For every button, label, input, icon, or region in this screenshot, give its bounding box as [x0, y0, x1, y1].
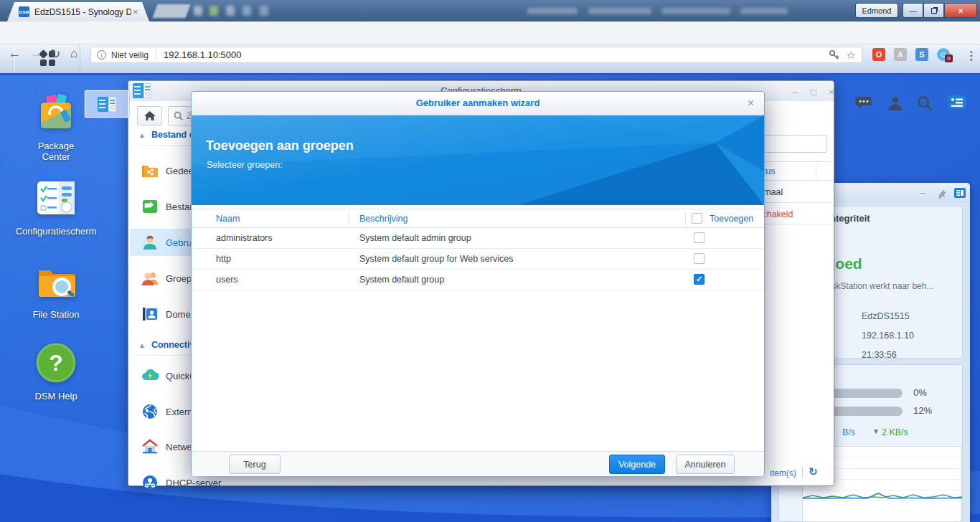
- screen: Package Center Configuratiescherm File S…: [0, 0, 980, 522]
- group-row-users[interactable]: users System default group: [192, 270, 764, 290]
- reload-icon[interactable]: ↻: [50, 47, 60, 62]
- window-maximize-icon[interactable]: □: [811, 87, 816, 97]
- s-extension-icon[interactable]: S: [915, 48, 928, 61]
- ram-usage-value: 12%: [913, 405, 932, 416]
- window-restore-button[interactable]: [923, 3, 944, 18]
- back-icon[interactable]: ←: [9, 47, 21, 61]
- pdf-extension-icon[interactable]: A: [894, 48, 907, 61]
- dialog-close-icon[interactable]: ×: [748, 97, 754, 110]
- windows-titlebar: DSM EdzDS1515 - Synology D × Edmond — ×: [0, 0, 980, 22]
- group-description: System default admin group: [359, 233, 471, 243]
- dsm-favicon: DSM: [19, 6, 29, 17]
- group-name: users: [216, 275, 238, 285]
- forward-icon[interactable]: →: [30, 47, 42, 61]
- home-button[interactable]: [137, 106, 162, 125]
- chevron-up-icon: ▲: [138, 131, 146, 139]
- select-all-checkbox[interactable]: [692, 213, 702, 224]
- bookmark-star-icon[interactable]: ☆: [847, 49, 856, 62]
- cpu-usage-value: 0%: [913, 387, 927, 398]
- back-button[interactable]: Terug: [229, 455, 281, 474]
- desktop-icon-dsm-help[interactable]: ? DSM Help: [2, 342, 110, 402]
- uptime-value: 21:33:56: [862, 350, 897, 360]
- column-header-add[interactable]: Toevoegen: [710, 214, 753, 224]
- group-name: administrators: [216, 233, 273, 243]
- address-bar[interactable]: i Niet veilig 192.168.1.10:5000 ☆: [90, 47, 862, 63]
- chevron-up-icon: ▲: [138, 341, 146, 349]
- background-tab-ghost: [153, 4, 191, 18]
- browser-toolbar: ← → ↻ ⌂ i Niet veilig 192.168.1.10:5000 …: [0, 22, 980, 44]
- password-key-icon[interactable]: [829, 49, 839, 60]
- next-button[interactable]: Volgende: [609, 455, 665, 474]
- desktop-icon-file-station[interactable]: File Station: [2, 260, 110, 320]
- window-close-icon[interactable]: ×: [829, 87, 834, 97]
- window-minimize-button[interactable]: —: [903, 3, 923, 18]
- dsm-help-icon: ?: [35, 342, 77, 384]
- network-house-icon: [141, 438, 159, 455]
- group-row-administrators[interactable]: administrators System default admin grou…: [192, 228, 764, 249]
- widget-pin-icon[interactable]: [937, 188, 948, 199]
- server-name-value: EdzDS1515: [862, 311, 910, 321]
- globe-icon: [141, 403, 159, 420]
- column-header-name[interactable]: Naam: [216, 214, 240, 224]
- group-description: System default group: [359, 275, 444, 285]
- svg-text:?: ?: [49, 350, 63, 376]
- widget-minimize-icon[interactable]: –: [920, 186, 925, 198]
- dialog-title: Gebruiker aanmaken wizard: [192, 98, 764, 108]
- group-name: http: [216, 254, 231, 264]
- page-info-icon[interactable]: i: [97, 50, 106, 60]
- group-description: System default group for Web services: [359, 254, 513, 264]
- browser-menu-icon[interactable]: ⋮: [966, 49, 977, 62]
- notifications-icon[interactable]: [855, 95, 872, 111]
- shared-folder-icon: [141, 162, 159, 179]
- window-minimize-icon[interactable]: –: [793, 87, 798, 97]
- dialog-footer: Terug Volgende Annuleren: [192, 451, 764, 476]
- download-arrow-icon: ▼: [872, 427, 880, 435]
- control-panel-mini-icon: [98, 97, 116, 112]
- tab-close-icon[interactable]: ×: [133, 6, 138, 17]
- wizard-heading: Toevoegen aan groepen: [206, 138, 354, 153]
- group-row-http[interactable]: http System default group for Web servic…: [192, 249, 764, 270]
- widget-panel-icon[interactable]: [954, 188, 966, 198]
- desktop-icon-control-panel[interactable]: Configuratiescherm: [2, 177, 110, 237]
- user-icon: [141, 234, 159, 251]
- item-count-label: item(s): [770, 468, 796, 478]
- security-label: Niet veilig: [111, 50, 149, 60]
- dialog-titlebar[interactable]: Gebruiker aanmaken wizard ×: [192, 92, 764, 115]
- browser-tab-title: EdzDS1515 - Synology D: [34, 7, 131, 17]
- cancel-button[interactable]: Annuleren: [676, 455, 735, 474]
- dhcp-server-icon: [141, 474, 159, 491]
- desktop-icon-label: DSM Help: [2, 391, 110, 402]
- home-icon[interactable]: ⌂: [70, 47, 77, 61]
- search-icon: [174, 111, 183, 120]
- browser-tab[interactable]: DSM EdzDS1515 - Synology D ×: [7, 2, 149, 22]
- package-center-icon: [35, 92, 77, 133]
- group-table-header: Naam Beschrijving Toevoegen: [192, 209, 764, 228]
- refresh-icon[interactable]: ↻: [809, 465, 818, 478]
- url-text[interactable]: 192.168.1.10:5000: [164, 49, 241, 60]
- office-extension-icon[interactable]: O: [872, 48, 885, 61]
- column-header-description[interactable]: Beschrijving: [359, 214, 407, 224]
- wizard-banner: Toevoegen aan groepen Selecteer groepen:: [192, 115, 764, 205]
- download-speed-value: 2 KB/s: [882, 427, 908, 437]
- upload-speed-value: B/s: [842, 427, 855, 437]
- quickconnect-icon: [141, 367, 159, 384]
- control-panel-app-icon: [133, 83, 151, 98]
- desktop-icon-label: Configuratiescherm: [2, 226, 110, 237]
- group-checkbox[interactable]: [694, 253, 705, 264]
- control-panel-icon: [35, 177, 77, 219]
- desktop-icon-label: Package Center: [31, 141, 81, 162]
- wizard-subheading: Selecteer groepen:: [207, 160, 283, 170]
- window-close-button[interactable]: ×: [944, 3, 977, 18]
- group-checkbox-checked[interactable]: [694, 274, 705, 285]
- search-icon[interactable]: [917, 95, 933, 111]
- windows-profile-button[interactable]: Edmond: [855, 3, 898, 18]
- group-checkbox[interactable]: [694, 232, 705, 243]
- extension-badge: 0: [945, 54, 953, 62]
- show-widgets-icon[interactable]: [948, 95, 966, 109]
- sidebar-item-label: Groep: [166, 273, 192, 284]
- taskbar-app-control-panel[interactable]: [85, 90, 129, 118]
- domain-ldap-icon: [141, 305, 159, 323]
- user-creation-wizard-dialog: Gebruiker aanmaken wizard × Toevoegen aa…: [191, 91, 765, 476]
- user-options-icon[interactable]: [887, 95, 903, 111]
- ip-address-value: 192.168.1.10: [862, 331, 914, 341]
